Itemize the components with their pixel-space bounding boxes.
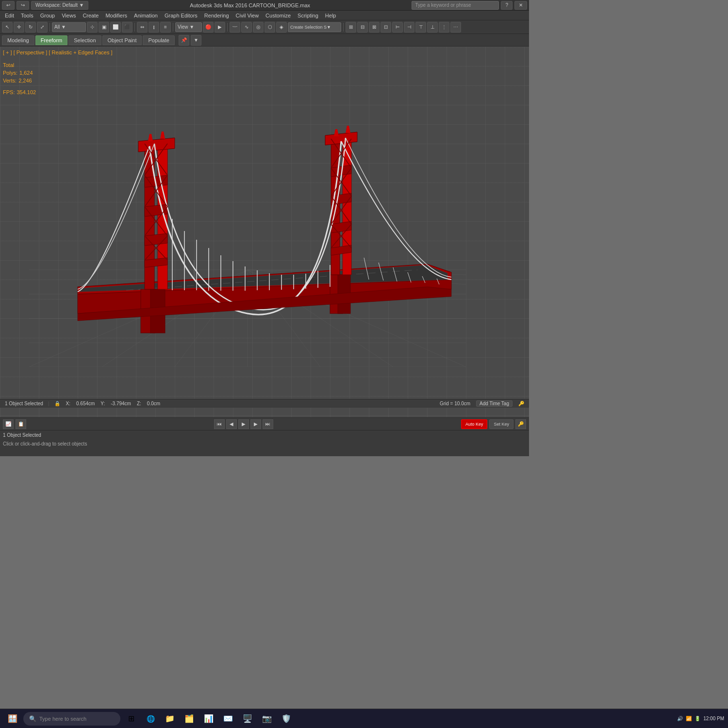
status-object-count: 1 Object Selected (3, 432, 41, 438)
help-btn[interactable]: ? (501, 1, 513, 10)
menu-animation[interactable]: Animation (131, 12, 161, 19)
total-label: Total (3, 61, 32, 69)
tb-btn-5[interactable]: ⊢ (392, 22, 403, 33)
tray-icon-3: 🔋 (695, 716, 700, 721)
svg-marker-77 (160, 132, 165, 139)
menu-create[interactable]: Create (80, 12, 101, 19)
ribbon-pin-btn[interactable]: 📌 (179, 35, 189, 46)
render-setup-btn[interactable]: 🔴 (203, 22, 214, 33)
auto-key-btn[interactable]: Auto Key (461, 419, 488, 429)
x-coord-value: 0.654cm (76, 401, 95, 406)
taskbar: 🪟 🔍 Type here to search ⊞ 🌐 📁 🗂️ 📊 ✉️ 🖥️… (0, 709, 728, 728)
tb-btn-9[interactable]: ⋮ (439, 22, 449, 33)
tb-btn-7[interactable]: ⊤ (415, 22, 426, 33)
redo-btn[interactable]: ↪ (17, 1, 29, 10)
menu-help[interactable]: Help (322, 12, 339, 19)
menu-civil-view[interactable]: Civil View (233, 12, 262, 19)
close-btn[interactable]: ✕ (514, 1, 527, 10)
play-btn[interactable]: ▶ (238, 419, 249, 429)
create-selection-set[interactable]: Create Selection S▼ (288, 22, 341, 32)
filter-dropdown[interactable]: All ▼ (52, 22, 86, 32)
object-selected-label: 1 Object Selected (5, 401, 43, 406)
mini-curve-editor-btn[interactable]: 📈 (3, 419, 14, 429)
set-key-btn[interactable]: Set Key (489, 419, 513, 429)
select-filter-btn[interactable]: ▣ (99, 22, 109, 33)
go-end-btn[interactable]: ⏭ (263, 419, 273, 429)
edge-btn[interactable]: 🌐 (142, 711, 159, 727)
tb-btn-4[interactable]: ⊡ (381, 22, 391, 33)
menu-edit[interactable]: Edit (2, 12, 17, 19)
app1-btn[interactable]: 🗂️ (181, 711, 198, 727)
fps-label: FPS: (3, 88, 15, 96)
keyword-search[interactable]: Type a keyword or phrase (412, 1, 499, 10)
tb-btn-1[interactable]: ⊞ (346, 22, 356, 33)
go-start-btn[interactable]: ⏮ (214, 419, 225, 429)
status-message: Click or click-and-drag to select object… (0, 439, 529, 448)
tb-btn-10[interactable]: ⋯ (450, 22, 461, 33)
render-btn[interactable]: ▶ (215, 22, 225, 33)
add-time-tag-btn[interactable]: Add Time Tag (476, 400, 513, 407)
spline-btn[interactable]: ∿ (241, 22, 252, 33)
curve-btn[interactable]: 〰 (230, 22, 240, 33)
key-mode-btn[interactable]: 🔑 (515, 419, 526, 429)
select-region-btn[interactable]: ⬜ (110, 22, 121, 33)
security-btn[interactable]: 🛡️ (278, 711, 295, 727)
workspace-dropdown[interactable]: Workspace: Default ▼ (31, 1, 88, 10)
viewport-3d[interactable]: [ + ] [ Perspective ] [ Realistic + Edge… (0, 47, 529, 456)
tab-object-paint[interactable]: Object Paint (102, 35, 142, 45)
app2-btn[interactable]: 📊 (200, 711, 217, 727)
taskbar-search[interactable]: 🔍 Type here to search (23, 712, 120, 726)
polygon-btn[interactable]: ⬡ (265, 22, 275, 33)
start-button[interactable]: 🪟 (4, 711, 21, 727)
sep4 (227, 23, 228, 32)
file-explorer-btn[interactable]: 📁 (161, 711, 179, 727)
rotate-btn[interactable]: ↻ (25, 22, 36, 33)
menu-scripting[interactable]: Scripting (295, 12, 321, 19)
menu-graph-editors[interactable]: Graph Editors (162, 12, 200, 19)
menu-group[interactable]: Group (37, 12, 58, 19)
snap-btn[interactable]: ⊹ (87, 22, 98, 33)
selection-btn[interactable]: ⬛ (122, 22, 132, 33)
tab-modeling[interactable]: Modeling (2, 35, 34, 45)
next-frame-btn[interactable]: ▶ (250, 419, 261, 429)
align-btn[interactable]: ⫿ (149, 22, 159, 33)
material-btn[interactable]: ◈ (276, 22, 287, 33)
undo-btn[interactable]: ↩ (2, 1, 15, 10)
prev-frame-btn[interactable]: ◀ (226, 419, 237, 429)
menu-customize[interactable]: Customize (263, 12, 294, 19)
photos-btn[interactable]: 📷 (258, 711, 276, 727)
sep1 (50, 23, 50, 32)
tray-icon-2: 📶 (686, 716, 692, 721)
sep5 (343, 23, 344, 32)
lock-icon: 🔒 (54, 401, 60, 406)
move-btn[interactable]: ✛ (14, 22, 24, 33)
tb-btn-6[interactable]: ⊣ (404, 22, 414, 33)
status-hint: 1 Object Selected (0, 430, 529, 439)
tab-freeform[interactable]: Freeform (35, 35, 68, 45)
mirror-btn[interactable]: ⇔ (137, 22, 148, 33)
tab-populate[interactable]: Populate (143, 35, 174, 45)
tb-btn-8[interactable]: ⊥ (427, 22, 438, 33)
max-application: ↩ ↪ Workspace: Default ▼ Autodesk 3ds Ma… (0, 0, 529, 456)
search-icon: 🔍 (29, 715, 36, 722)
mini-dope-sheet-btn[interactable]: 📋 (16, 419, 26, 429)
window-title: Autodesk 3ds Max 2016 CARTOON_BRIDGE.max (90, 2, 410, 8)
menu-rendering[interactable]: Rendering (201, 12, 232, 19)
search-placeholder-text: Type here to search (39, 716, 86, 722)
menu-views[interactable]: Views (59, 12, 79, 19)
tb-btn-2[interactable]: ⊟ (357, 22, 368, 33)
tab-selection[interactable]: Selection (68, 35, 101, 45)
ribbon-expand-btn[interactable]: ▼ (191, 35, 201, 46)
menu-modifiers[interactable]: Modifiers (102, 12, 130, 19)
view-dropdown[interactable]: View ▼ (175, 22, 202, 32)
layer-btn[interactable]: ≡ (160, 22, 171, 33)
app3-btn[interactable]: 🖥️ (239, 711, 256, 727)
main-toolbar: ↖ ✛ ↻ ⤢ All ▼ ⊹ ▣ ⬜ ⬛ ⇔ ⫿ ≡ View ▼ 🔴 ▶ 〰 (0, 20, 529, 34)
mail-btn[interactable]: ✉️ (219, 711, 237, 727)
select-btn[interactable]: ↖ (2, 22, 13, 33)
task-view-btn[interactable]: ⊞ (122, 711, 140, 727)
tb-btn-3[interactable]: ⊠ (369, 22, 380, 33)
menu-tools[interactable]: Tools (18, 12, 36, 19)
scale-btn[interactable]: ⤢ (37, 22, 48, 33)
shapes-btn[interactable]: ◎ (253, 22, 264, 33)
